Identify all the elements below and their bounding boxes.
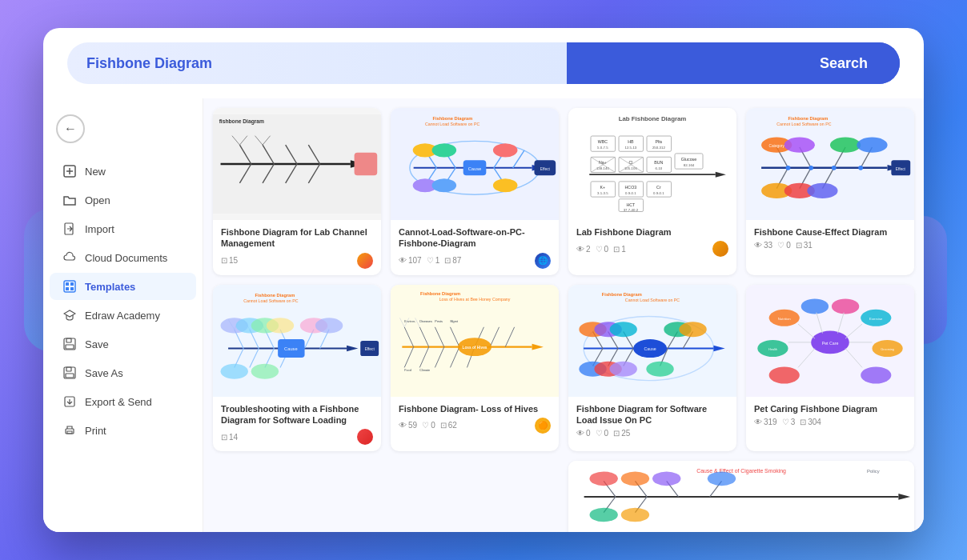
card-info-2: Cannot-Load-Software-on-PC-Fishbone-Diag… — [391, 220, 559, 275]
avatar-2: 🌐 — [535, 253, 551, 269]
template-card-2[interactable]: Fishbone Diagram Cannot Load Software on… — [391, 108, 559, 275]
card-meta-1: ⊡ 15 — [221, 253, 373, 269]
export-icon — [62, 394, 77, 409]
svg-point-54 — [493, 143, 518, 157]
search-input-area[interactable]: Fishbone Diagram — [67, 55, 788, 72]
copy-count-3: ⊡ 1 — [613, 245, 626, 254]
view-count-7: 👁 0 — [576, 429, 591, 438]
app-shell: Fishbone Diagram Search ← New Open — [43, 28, 924, 532]
sidebar-label-cloud: Cloud Documents — [85, 252, 167, 264]
new-icon — [62, 164, 77, 178]
sidebar-label-academy: Edraw Academy — [85, 310, 160, 322]
open-icon — [62, 193, 77, 207]
sidebar-item-academy[interactable]: Edraw Academy — [50, 302, 196, 329]
sidebar-item-import[interactable]: Import — [50, 215, 196, 242]
svg-point-113 — [784, 138, 815, 153]
template-card-7[interactable]: Fishbone Diagram Cannot Load Software on… — [568, 285, 736, 452]
like-count-2: ♡ 1 — [427, 256, 440, 265]
template-card-5[interactable]: Fishbone Diagram Cannot Load Software on… — [213, 285, 381, 452]
svg-point-150 — [221, 363, 248, 378]
template-card-4[interactable]: Fishbone Diagram Cannot Load Software on… — [746, 108, 914, 275]
main-content: ← New Open Import — [43, 98, 924, 532]
svg-rect-11 — [66, 345, 74, 349]
sidebar-item-open[interactable]: Open — [50, 186, 196, 214]
template-card-3[interactable]: Lab Fishbone Diagram Na+ 138-140 — [568, 108, 736, 275]
svg-text:Cannot Load Software on PC: Cannot Load Software on PC — [776, 122, 832, 126]
svg-text:fishbone Diagram: fishbone Diagram — [219, 118, 264, 125]
svg-text:Fishbone Diagram: Fishbone Diagram — [255, 292, 295, 297]
svg-text:Fishbone Diagram: Fishbone Diagram — [420, 290, 460, 295]
svg-point-248 — [590, 508, 618, 522]
card-image-6: Fishbone Diagram Loss of Hives at Bee Ho… — [391, 285, 559, 397]
back-button[interactable]: ← — [56, 114, 85, 143]
svg-point-201 — [610, 322, 637, 337]
svg-text:Cannot Load Software on PC: Cannot Load Software on PC — [243, 298, 299, 303]
svg-text:Mgmt: Mgmt — [450, 320, 458, 323]
svg-text:Effect: Effect — [540, 167, 551, 171]
sidebar-item-cloud[interactable]: Cloud Documents — [50, 244, 196, 271]
template-card-8[interactable]: Pet Care — [746, 285, 914, 452]
svg-point-220 — [832, 298, 859, 314]
svg-point-53 — [432, 143, 457, 157]
template-card-1[interactable]: fishbone Diagram — [213, 108, 381, 275]
svg-text:Effect: Effect — [365, 347, 375, 351]
card-info-6: Fishbone Diagram- Loss of Hives 👁 59 ♡ 0… — [391, 397, 559, 440]
card-meta-8: 👁 319 ♡ 3 ⊡ 304 — [754, 418, 906, 426]
svg-text:Na+: Na+ — [599, 160, 607, 165]
sidebar-item-templates[interactable]: Templates — [50, 273, 196, 300]
svg-rect-30 — [355, 153, 378, 176]
card-info-5: Troubleshooting with a Fishbone Diagram … — [213, 397, 381, 452]
svg-point-206 — [610, 361, 637, 376]
card-title-5: Troubleshooting with a Fishbone Diagram … — [221, 403, 373, 426]
avatar-1 — [357, 253, 373, 269]
view-count-2: 👁 107 — [399, 256, 422, 265]
svg-rect-6 — [70, 282, 74, 286]
sidebar-item-save[interactable]: Save — [50, 330, 196, 358]
svg-point-57 — [493, 178, 518, 192]
svg-text:82-164: 82-164 — [684, 163, 695, 167]
svg-text:Fishbone Diagram: Fishbone Diagram — [433, 116, 473, 121]
svg-text:Glucose: Glucose — [681, 157, 696, 162]
sidebar-item-save-as[interactable]: Save As — [50, 359, 196, 386]
card-info-7: Fishbone Diagram for Software Load Issue… — [568, 397, 736, 445]
copy-count-5: ⊡ 14 — [221, 433, 238, 442]
card-image-4: Fishbone Diagram Cannot Load Software on… — [746, 108, 914, 220]
view-count-4: 👁 33 — [754, 241, 772, 250]
svg-text:6-10: 6-10 — [656, 166, 663, 170]
sidebar-item-print[interactable]: Print — [50, 417, 196, 444]
card-image-8: Pet Care — [746, 285, 914, 397]
svg-point-120 — [809, 166, 813, 170]
sidebar-label-open: Open — [85, 194, 110, 206]
print-icon — [62, 423, 77, 438]
svg-text:HB: HB — [628, 139, 634, 144]
avatar-3 — [712, 241, 728, 257]
card-image-1: fishbone Diagram — [213, 108, 381, 220]
sidebar-item-export[interactable]: Export & Send — [50, 388, 196, 415]
svg-text:Cause: Cause — [284, 346, 298, 351]
like-count-3: ♡ 0 — [596, 245, 609, 254]
like-count-8: ♡ 3 — [782, 418, 796, 426]
template-card-9[interactable]: Cause & Effect of Cigarette Smoking Poli… — [568, 461, 914, 532]
svg-point-114 — [830, 138, 861, 153]
svg-rect-13 — [66, 367, 71, 371]
content-area: fishbone Diagram — [203, 98, 924, 532]
copy-count-1: ⊡ 15 — [221, 256, 238, 265]
svg-text:Grooming: Grooming — [881, 348, 894, 351]
copy-count-6: ⊡ 62 — [440, 421, 457, 430]
svg-text:BUN: BUN — [654, 160, 663, 165]
svg-rect-14 — [66, 374, 74, 378]
svg-text:Policy: Policy — [867, 470, 880, 474]
view-count-8: 👁 319 — [754, 418, 777, 426]
sidebar-label-templates: Templates — [85, 281, 135, 293]
svg-text:Lab Fishbone Diagram: Lab Fishbone Diagram — [619, 115, 687, 122]
svg-text:Food: Food — [404, 369, 411, 372]
search-button[interactable]: Search — [788, 42, 900, 84]
sidebar-item-new[interactable]: New — [50, 158, 196, 185]
svg-text:Pests: Pests — [435, 320, 443, 323]
card-image-3: Lab Fishbone Diagram Na+ 138-140 — [568, 108, 736, 220]
templates-icon — [62, 279, 77, 294]
svg-point-218 — [861, 366, 891, 383]
card-meta-5: ⊡ 14 — [221, 429, 373, 445]
template-card-6[interactable]: Fishbone Diagram Loss of Hives at Bee Ho… — [391, 285, 559, 452]
card-title-2: Cannot-Load-Software-on-PC-Fishbone-Diag… — [399, 226, 551, 250]
